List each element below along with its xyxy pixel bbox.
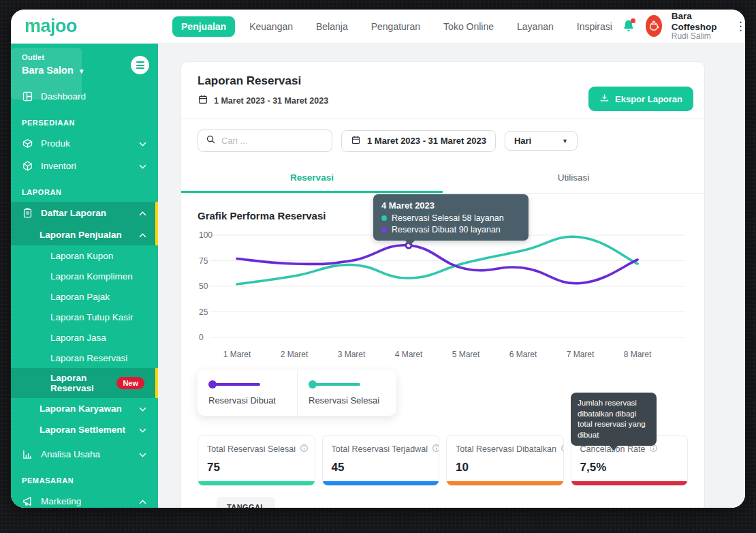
sidebar-section-pemasaran: PEMASARAN [11, 466, 158, 490]
sidebar-item-daftar-laporan[interactable]: Daftar Laporan [11, 202, 158, 224]
sidebar-item-marketing[interactable]: Marketing [11, 490, 158, 508]
export-report-button[interactable]: Ekspor Laporan [588, 87, 693, 111]
cube-icon [22, 160, 34, 172]
chevron-down-icon [139, 449, 147, 459]
card-accent-bar [323, 481, 439, 485]
topbar: majoo Penjualan Keuangan Belanja Pengatu… [11, 10, 745, 44]
period-select[interactable]: Hari ▼ [505, 131, 578, 151]
period-select-value: Hari [514, 136, 531, 146]
legend-label: Reservasi Dibuat [208, 395, 286, 406]
table-header-row: TANGGAL [217, 497, 688, 508]
hamburger-button[interactable] [131, 56, 149, 74]
card-label: Total Reservasi Dibatalkan [456, 444, 556, 454]
export-button-label: Ekspor Laporan [615, 94, 682, 104]
info-icon[interactable] [561, 443, 564, 455]
tab-reservasi[interactable]: Reservasi [181, 166, 443, 193]
card-accent-bar [198, 481, 315, 485]
legend-item-reservasi-selesai[interactable]: Reservasi Selesai [297, 370, 396, 416]
megaphone-icon [22, 496, 34, 507]
sidebar-item-label: Laporan Settlement [40, 425, 132, 435]
sidebar-item-laporan-kupon[interactable]: Laporan Kupon [11, 245, 158, 266]
sidebar-item-label: Laporan Jasa [50, 333, 147, 343]
tooltip-line: Reservasi Selesai 58 layanan [381, 213, 520, 223]
calendar-icon [198, 94, 208, 107]
card-total-reservasi-selesai: Total Reservasi Selesai 75 [198, 435, 315, 486]
card-total-reservasi-terjadwal: Total Reservasi Terjadwal 45 [322, 435, 440, 486]
sidebar-item-inventori[interactable]: Inventori [11, 155, 158, 177]
box-icon [22, 138, 34, 149]
nav-penjualan[interactable]: Penjualan [172, 16, 235, 37]
sidebar-item-label: Marketing [41, 496, 132, 506]
svg-text:6 Maret: 6 Maret [509, 350, 537, 359]
sidebar-item-laporan-reservasi[interactable]: Laporan Reservasi [11, 348, 158, 368]
sidebar-item-label: Daftar Laporan [41, 208, 132, 218]
sidebar-item-label: Laporan Komplimen [50, 271, 147, 281]
sidebar-item-laporan-reservasi-new[interactable]: Laporan Reservasi New [11, 368, 158, 398]
nav-pengaturan[interactable]: Pengaturan [362, 16, 429, 37]
notification-bell-icon[interactable] [621, 18, 636, 33]
sidebar: Outlet Bara Salon▼ Dashboard PERSEDIAAN … [11, 44, 158, 508]
date-filter-button[interactable]: 1 Maret 2023 - 31 Maret 2023 [341, 130, 496, 152]
caret-down-icon: ▼ [562, 138, 568, 144]
nav-layanan[interactable]: Layanan [508, 16, 563, 37]
sidebar-item-label: Laporan Pajak [50, 292, 147, 302]
majoo-logo[interactable]: majoo [25, 16, 77, 37]
app-window: majoo Penjualan Keuangan Belanja Pengatu… [11, 10, 745, 508]
sidebar-item-laporan-jasa[interactable]: Laporan Jasa [11, 327, 158, 348]
sidebar-item-laporan-settlement[interactable]: Laporan Settlement [11, 419, 158, 440]
chevron-down-icon [139, 425, 147, 435]
sidebar-item-dashboard[interactable]: Dashboard [11, 85, 158, 108]
tab-utilisasi[interactable]: Utilisasi [443, 166, 704, 193]
kebab-menu-icon[interactable]: ⋮ [732, 18, 745, 35]
sidebar-section-persediaan: PERSEDIAAN [11, 108, 158, 132]
info-icon[interactable] [300, 443, 309, 455]
user-role: Rudi Salim [672, 32, 723, 42]
legend-label: Reservasi Selesai [309, 395, 385, 406]
sidebar-item-label: Laporan Reservasi [50, 373, 110, 393]
nav-keuangan[interactable]: Keuangan [240, 16, 302, 37]
chevron-down-icon [139, 161, 147, 171]
summary-cards-row: Jumlah reservasi dibatalkan dibagi total… [198, 435, 688, 486]
date-range-text: 1 Maret 2023 - 31 Maret 2023 [214, 96, 328, 106]
card-value: 7,5% [580, 461, 679, 474]
card-accent-bar [447, 481, 563, 485]
clipboard-icon [22, 207, 34, 219]
divider [181, 118, 704, 119]
nav-inspirasi[interactable]: Inspirasi [568, 16, 621, 37]
sidebar-item-laporan-pajak[interactable]: Laporan Pajak [11, 286, 158, 307]
performance-line-chart[interactable]: 02550751001 Maret2 Maret3 Maret4 Maret5 … [198, 226, 689, 363]
info-icon[interactable] [432, 443, 439, 455]
search-box[interactable] [198, 130, 332, 152]
nav-belanja[interactable]: Belanja [307, 16, 357, 37]
sidebar-item-laporan-penjualan[interactable]: Laporan Penjualan [11, 224, 158, 245]
svg-text:3 Maret: 3 Maret [338, 350, 366, 359]
sidebar-item-label: Laporan Karyawan [40, 403, 132, 414]
legend-dot-purple [208, 380, 217, 389]
card-value: 10 [456, 461, 554, 474]
chevron-up-icon [139, 208, 147, 218]
legend-item-reservasi-dibuat[interactable]: Reservasi Dibuat [198, 370, 297, 416]
sidebar-item-analisa-usaha[interactable]: Analisa Usaha [11, 443, 158, 466]
svg-text:1 Maret: 1 Maret [223, 350, 251, 359]
tooltip-line: Reservasi Dibuat 90 layanan [381, 225, 520, 234]
sidebar-item-laporan-karyawan[interactable]: Laporan Karyawan [11, 398, 158, 419]
sidebar-item-laporan-komplimen[interactable]: Laporan Komplimen [11, 266, 158, 286]
chevron-up-icon [139, 230, 147, 240]
user-info[interactable]: Bara Coffeshop Rudi Salim [672, 11, 723, 42]
nav-toko-online[interactable]: Toko Online [435, 16, 503, 37]
sidebar-item-label: Laporan Penjualan [40, 230, 132, 240]
chart-area[interactable]: 4 Maret 2023 Reservasi Selesai 58 layana… [198, 226, 688, 366]
svg-text:100: 100 [199, 230, 212, 240]
sidebar-item-produk[interactable]: Produk [11, 132, 158, 155]
avatar[interactable] [646, 15, 662, 37]
sidebar-item-label: Produk [41, 138, 132, 149]
sidebar-item-laporan-tutup-kasir[interactable]: Laporan Tutup Kasir [11, 307, 158, 327]
calendar-icon [351, 135, 361, 147]
outlet-selector[interactable]: Outlet Bara Salon▼ [11, 44, 158, 82]
table-header-tanggal[interactable]: TANGGAL [217, 497, 275, 508]
search-input[interactable] [221, 136, 317, 146]
user-name: Bara Coffeshop [672, 11, 723, 32]
svg-text:25: 25 [199, 307, 208, 317]
outlet-label: Outlet [22, 53, 147, 61]
card-accent-bar [571, 481, 688, 485]
